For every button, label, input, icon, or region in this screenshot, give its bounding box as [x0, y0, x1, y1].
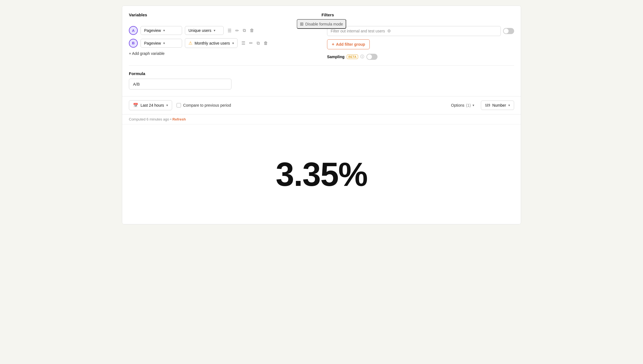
variable-a-event-label: Pageview [144, 28, 161, 33]
compare-label: Compare to previous period [183, 103, 231, 107]
filter-icon[interactable]: ☰ [240, 39, 246, 47]
beta-badge: BETA [347, 55, 358, 59]
formula-input[interactable] [129, 79, 231, 89]
chevron-down-icon: ▾ [163, 41, 165, 45]
variables-area: A Pageview ▾ Unique users ▾ ☰ ✏ ⧉ 🗑 [129, 26, 327, 56]
bottom-controls: 📅 Last 24 hours ▾ Compare to previous pe… [122, 96, 521, 114]
warning-icon: ⚠ [188, 40, 192, 46]
chevron-down-icon: ▾ [214, 29, 215, 32]
formula-label: Formula [129, 71, 514, 76]
top-row: A Pageview ▾ Unique users ▾ ☰ ✏ ⧉ 🗑 [129, 26, 514, 60]
filter-input-row: Filter out internal and test users ⚙ [327, 26, 514, 36]
variable-a-event-dropdown[interactable]: Pageview ▾ [141, 26, 182, 35]
formula-section: Formula [129, 65, 514, 89]
chevron-down-icon: ▾ [473, 103, 474, 107]
info-icon[interactable]: ⓘ [360, 54, 364, 59]
filter-toggle[interactable] [503, 28, 514, 34]
variables-title: Variables [129, 12, 147, 17]
separator: • [170, 117, 172, 121]
variable-b-metric-label: Monthly active users [195, 41, 230, 45]
refresh-button[interactable]: Refresh [172, 117, 186, 121]
add-graph-variable-button[interactable]: + Add graph variable [129, 51, 316, 56]
copy-icon[interactable]: ⧉ [256, 40, 261, 47]
computed-row: Computed 6 minutes ago • Refresh [122, 114, 521, 124]
variable-b-actions: ☰ ✏ ⧉ 🗑 [240, 39, 269, 47]
gear-icon: ⚙ [387, 29, 391, 34]
compare-checkbox [177, 103, 181, 107]
right-controls: Options (1) ▾ 123 Number ▾ [448, 101, 514, 110]
variable-b-metric-dropdown[interactable]: ⚠ Monthly active users ▾ [185, 38, 238, 48]
delete-icon[interactable]: 🗑 [249, 27, 255, 34]
chevron-down-icon: ▾ [163, 29, 165, 32]
filter-icon[interactable]: ☰ [226, 27, 233, 34]
options-button[interactable]: Options (1) ▾ [448, 101, 477, 110]
formula-icon: ⊞ [300, 21, 303, 27]
calendar-icon: 📅 [133, 103, 138, 108]
variable-row-b: B Pageview ▾ ⚠ Monthly active users ▾ ☰ … [129, 38, 316, 48]
chevron-down-icon: ▾ [508, 103, 510, 107]
variable-row-a: A Pageview ▾ Unique users ▾ ☰ ✏ ⧉ 🗑 [129, 26, 316, 35]
add-filter-group-label: Add filter group [336, 42, 365, 47]
display-type-dropdown[interactable]: 123 Number ▾ [481, 101, 514, 110]
sampling-label: Sampling [327, 55, 345, 59]
variable-a-metric-dropdown[interactable]: Unique users ▾ [185, 26, 224, 35]
filters-area: Filter out internal and test users ⚙ + A… [327, 26, 514, 60]
disable-formula-mode-button[interactable]: ⊞ Disable formula mode [297, 19, 346, 29]
top-header-row: Variables ⊞ Disable formula mode Filters [129, 12, 514, 22]
filter-input-display: Filter out internal and test users ⚙ [327, 26, 501, 36]
filter-placeholder-text: Filter out internal and test users [331, 29, 385, 33]
compare-to-previous-period-checkbox[interactable]: Compare to previous period [177, 103, 231, 107]
variable-b-event-dropdown[interactable]: Pageview ▾ [141, 39, 182, 48]
variable-badge-b: B [129, 39, 138, 48]
disable-formula-label: Disable formula mode [305, 22, 343, 26]
add-filter-group-button[interactable]: + Add filter group [327, 39, 370, 49]
computed-text: Computed 6 minutes ago [129, 117, 169, 121]
number-icon: 123 [485, 103, 490, 107]
chevron-down-icon: ▾ [166, 103, 168, 107]
filters-title: Filters [322, 12, 514, 17]
options-label: Options [451, 103, 464, 107]
options-count: (1) [466, 103, 471, 107]
delete-icon[interactable]: 🗑 [262, 40, 269, 47]
display-type-label: Number [492, 103, 506, 107]
add-variable-label: + Add graph variable [129, 51, 165, 56]
copy-icon[interactable]: ⧉ [242, 27, 247, 34]
time-range-dropdown[interactable]: 📅 Last 24 hours ▾ [129, 100, 172, 110]
top-section: Variables ⊞ Disable formula mode Filters… [122, 6, 521, 96]
time-range-label: Last 24 hours [141, 103, 164, 107]
chevron-down-icon: ▾ [232, 41, 234, 45]
variable-badge-a: A [129, 26, 138, 35]
plus-icon: + [332, 42, 334, 47]
variable-b-event-label: Pageview [144, 41, 161, 45]
result-area: 3.35% [122, 124, 521, 224]
result-value: 3.35% [276, 155, 367, 193]
main-container: Variables ⊞ Disable formula mode Filters… [122, 6, 521, 224]
sampling-toggle[interactable] [366, 54, 377, 60]
variable-a-actions: ☰ ✏ ⧉ 🗑 [226, 27, 255, 34]
edit-icon[interactable]: ✏ [248, 39, 254, 47]
edit-icon[interactable]: ✏ [234, 27, 240, 34]
variables-header: Variables [129, 12, 322, 17]
sampling-row: Sampling BETA ⓘ [327, 54, 514, 60]
variable-a-metric-label: Unique users [188, 28, 211, 33]
filters-header: Filters [322, 12, 514, 22]
